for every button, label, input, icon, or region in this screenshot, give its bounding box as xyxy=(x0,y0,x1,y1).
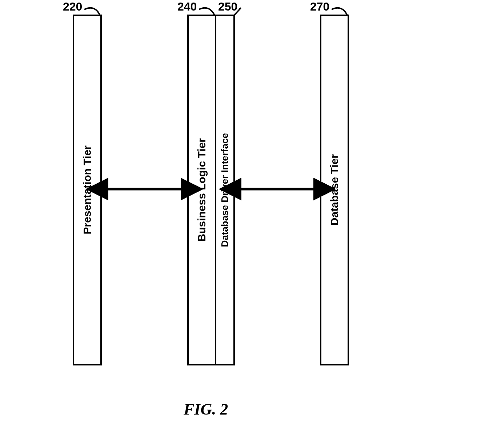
ref-database: 270 xyxy=(310,0,329,13)
box-database-tier: Database Tier xyxy=(320,15,349,365)
diagram-stage: Presentation Tier Business Logic Tier Da… xyxy=(0,0,493,448)
box-business-logic-tier: Business Logic Tier xyxy=(187,15,216,365)
figure-caption: FIG. 2 xyxy=(184,400,228,419)
box-presentation-tier: Presentation Tier xyxy=(73,15,102,365)
ref-presentation: 220 xyxy=(63,0,82,13)
ref-business: 240 xyxy=(177,0,197,13)
box-database-driver-interface: Database Driver Interface xyxy=(215,15,235,365)
label-business-logic-tier: Business Logic Tier xyxy=(196,138,208,242)
label-database-tier: Database Tier xyxy=(328,154,341,225)
label-database-driver-interface: Database Driver Interface xyxy=(219,133,231,247)
label-presentation-tier: Presentation Tier xyxy=(81,145,93,235)
ref-driver: 250 xyxy=(218,0,237,13)
